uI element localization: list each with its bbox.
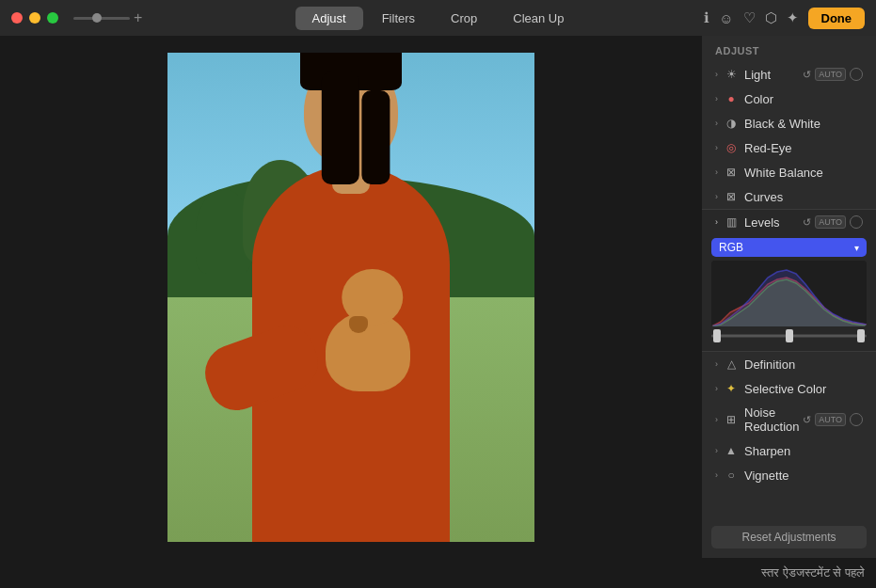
levels-handle-right[interactable] bbox=[857, 329, 865, 342]
person-hair-right bbox=[361, 90, 390, 184]
bottom-text: स्तर ऐडजस्टमेंट से पहले bbox=[761, 565, 865, 580]
traffic-lights bbox=[11, 12, 58, 24]
light-controls: ↺ AUTO bbox=[803, 68, 863, 81]
channel-select-wrapper[interactable]: RGB Red Green Blue ▾ bbox=[711, 238, 867, 257]
light-label: Light bbox=[744, 68, 803, 82]
bw-icon: ◑ bbox=[724, 116, 739, 131]
photo-panel bbox=[0, 36, 702, 558]
nr-controls: ↺ AUTO bbox=[803, 413, 863, 426]
definition-label: Definition bbox=[744, 358, 863, 372]
adjust-item-color[interactable]: › ● Color bbox=[702, 87, 876, 111]
main-content: ADJUST › ☀ Light ↺ AUTO › ● Color › ◑ Bl… bbox=[0, 36, 876, 558]
curves-icon: ⊠ bbox=[724, 189, 739, 204]
chevron-definition: › bbox=[715, 359, 718, 369]
done-button[interactable]: Done bbox=[808, 8, 866, 29]
bottom-text-bar: स्तर ऐडजस्टमेंट से पहले bbox=[0, 558, 876, 588]
adjust-header: ADJUST bbox=[702, 36, 876, 62]
levels-header[interactable]: › ▥ Levels ↺ AUTO bbox=[702, 210, 876, 234]
info-icon[interactable]: ℹ bbox=[704, 9, 709, 26]
slider-track bbox=[73, 17, 130, 20]
redeye-icon: ◎ bbox=[724, 140, 739, 155]
histogram-svg bbox=[711, 261, 867, 326]
sharpen-label: Sharpen bbox=[744, 444, 863, 458]
nr-undo-icon[interactable]: ↺ bbox=[803, 414, 811, 426]
nr-toggle[interactable] bbox=[850, 413, 863, 426]
levels-sliders[interactable] bbox=[711, 328, 867, 343]
tools-icon[interactable]: ✦ bbox=[787, 9, 799, 26]
dog-ear bbox=[349, 316, 368, 333]
chevron-redeye: › bbox=[715, 143, 718, 152]
tab-adjust[interactable]: Adjust bbox=[295, 7, 363, 30]
chevron-sc: › bbox=[715, 384, 718, 393]
titlebar-right: ℹ ☺ ♡ ⬡ ✦ Done bbox=[704, 8, 865, 29]
chevron-levels: › bbox=[715, 217, 718, 227]
minimize-button[interactable] bbox=[29, 12, 40, 24]
photo-background bbox=[167, 53, 534, 542]
histogram bbox=[711, 261, 867, 326]
heart-icon[interactable]: ♡ bbox=[743, 9, 756, 26]
adjust-item-sharpen[interactable]: › ▲ Sharpen bbox=[702, 438, 876, 463]
titlebar: + Adjust Filters Crop Clean Up ℹ ☺ ♡ ⬡ ✦… bbox=[0, 0, 876, 36]
redeye-label: Red-Eye bbox=[744, 141, 863, 155]
chevron-light: › bbox=[715, 70, 718, 79]
reset-button[interactable]: Reset Adjustments bbox=[711, 526, 867, 548]
levels-handle-mid[interactable] bbox=[786, 329, 793, 342]
adjust-item-light[interactable]: › ☀ Light ↺ AUTO bbox=[702, 62, 876, 87]
color-icon: ● bbox=[724, 91, 739, 106]
curves-label: Curves bbox=[744, 190, 863, 204]
chevron-bw: › bbox=[715, 119, 718, 128]
maximize-button[interactable] bbox=[47, 12, 58, 24]
nr-label: Noise Reduction bbox=[744, 405, 803, 434]
wb-icon: ⊠ bbox=[724, 165, 739, 180]
levels-icon: ▥ bbox=[724, 215, 739, 230]
levels-section: › ▥ Levels ↺ AUTO RGB Red Green Blue ▾ bbox=[702, 209, 876, 352]
tab-cleanup[interactable]: Clean Up bbox=[496, 7, 581, 30]
light-toggle[interactable] bbox=[850, 68, 863, 81]
tab-crop[interactable]: Crop bbox=[434, 7, 494, 30]
levels-undo-icon[interactable]: ↺ bbox=[803, 216, 811, 229]
zoom-slider[interactable] bbox=[73, 17, 130, 20]
definition-icon: △ bbox=[724, 357, 739, 372]
chevron-nr: › bbox=[715, 415, 718, 424]
adjust-item-definition[interactable]: › △ Definition bbox=[702, 352, 876, 376]
slider-thumb bbox=[92, 13, 102, 23]
levels-controls: ↺ AUTO bbox=[803, 215, 863, 229]
adjust-item-noisereduction[interactable]: › ⊞ Noise Reduction ↺ AUTO bbox=[702, 401, 876, 438]
chevron-curves: › bbox=[715, 192, 718, 201]
adjust-item-vignette[interactable]: › ○ Vignette bbox=[702, 463, 876, 487]
channel-select[interactable]: RGB Red Green Blue bbox=[711, 238, 867, 257]
nr-icon: ⊞ bbox=[724, 412, 739, 427]
adjust-item-whitebalance[interactable]: › ⊠ White Balance bbox=[702, 160, 876, 184]
nr-auto-badge[interactable]: AUTO bbox=[815, 413, 846, 426]
light-undo-icon[interactable]: ↺ bbox=[803, 69, 811, 81]
right-panel: ADJUST › ☀ Light ↺ AUTO › ● Color › ◑ Bl… bbox=[702, 36, 876, 558]
levels-toggle[interactable] bbox=[850, 215, 863, 229]
adjust-item-redeye[interactable]: › ◎ Red-Eye bbox=[702, 135, 876, 160]
share-icon[interactable]: ⬡ bbox=[765, 9, 777, 26]
tab-filters[interactable]: Filters bbox=[365, 7, 432, 30]
color-label: Color bbox=[744, 92, 863, 106]
emoji-icon[interactable]: ☺ bbox=[719, 10, 733, 26]
nav-tabs: Adjust Filters Crop Clean Up bbox=[295, 7, 581, 30]
adjust-item-curves[interactable]: › ⊠ Curves bbox=[702, 184, 876, 209]
photo-container bbox=[167, 53, 534, 542]
adjust-item-bw[interactable]: › ◑ Black & White bbox=[702, 111, 876, 135]
levels-handle-left[interactable] bbox=[713, 329, 721, 342]
light-auto-badge[interactable]: AUTO bbox=[815, 68, 846, 81]
vignette-label: Vignette bbox=[744, 469, 863, 483]
chevron-sharpen: › bbox=[715, 446, 718, 455]
vignette-icon: ○ bbox=[724, 468, 739, 483]
bw-label: Black & White bbox=[744, 117, 863, 131]
chevron-color: › bbox=[715, 94, 718, 103]
chevron-vignette: › bbox=[715, 470, 718, 480]
sc-label: Selective Color bbox=[744, 382, 863, 396]
add-button[interactable]: + bbox=[134, 9, 142, 26]
levels-auto-badge[interactable]: AUTO bbox=[815, 215, 846, 229]
light-icon: ☀ bbox=[724, 67, 739, 82]
chevron-wb: › bbox=[715, 167, 718, 177]
person-hair-left bbox=[322, 72, 359, 184]
wb-label: White Balance bbox=[744, 166, 863, 180]
adjust-item-selectivecolor[interactable]: › ✦ Selective Color bbox=[702, 376, 876, 401]
close-button[interactable] bbox=[11, 12, 23, 24]
sharpen-icon: ▲ bbox=[724, 443, 739, 458]
